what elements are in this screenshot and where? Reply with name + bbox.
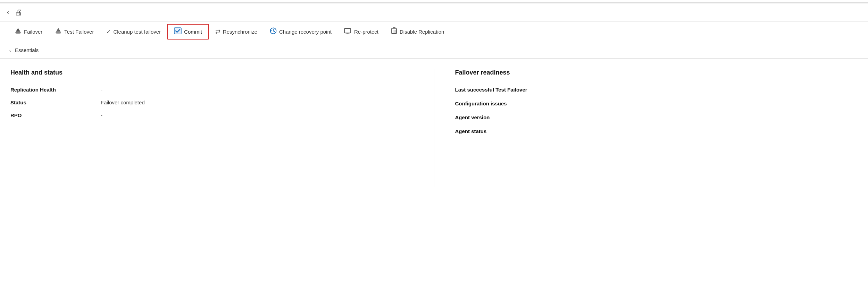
reprotect-icon: [344, 28, 352, 36]
print-icon[interactable]: 🖨: [15, 8, 22, 17]
cleanup-label: Cleanup test failover: [113, 29, 161, 35]
disable-replication-label: Disable Replication: [400, 29, 444, 35]
status-row: Status Failover completed: [10, 100, 413, 105]
failover-readiness-panel: Failover readiness Last successful Test …: [434, 69, 858, 187]
svg-marker-2: [16, 28, 20, 31]
reprotect-label: Re-protect: [354, 29, 378, 35]
health-status-panel: Health and status Replication Health - S…: [10, 69, 434, 187]
test-failover-icon: [55, 28, 62, 36]
agent-version-row: Agent version: [455, 114, 858, 121]
essentials-label: Essentials: [15, 47, 39, 53]
icon-row: ‹ 🖨: [0, 3, 868, 21]
failover-readiness-title: Failover readiness: [455, 69, 858, 76]
commit-icon: [174, 27, 182, 36]
trash-icon: [391, 27, 397, 36]
replication-health-value: -: [101, 87, 102, 93]
rpo-label: RPO: [10, 112, 101, 118]
commit-button[interactable]: Commit: [167, 24, 209, 40]
last-test-failover-label: Last successful Test Failover: [455, 87, 527, 93]
change-recovery-point-button[interactable]: Change recovery point: [264, 25, 338, 39]
essentials-header: ⌄ Essentials: [0, 42, 868, 58]
disable-replication-button[interactable]: Disable Replication: [385, 25, 450, 39]
essentials-chevron-icon[interactable]: ⌄: [8, 48, 12, 53]
replication-health-row: Replication Health -: [10, 87, 413, 93]
svg-marker-5: [57, 28, 60, 31]
commit-label: Commit: [184, 29, 202, 35]
toolbar: Failover Test Failover ✓ Cleanup test fa…: [0, 21, 868, 42]
rpo-row: RPO -: [10, 112, 413, 118]
svg-line-9: [273, 31, 275, 32]
health-status-title: Health and status: [10, 69, 413, 76]
last-test-failover-row: Last successful Test Failover: [455, 87, 858, 93]
svg-rect-10: [344, 28, 351, 33]
cleanup-test-failover-button[interactable]: ✓ Cleanup test failover: [100, 26, 167, 38]
agent-status-row: Agent status: [455, 128, 858, 135]
rpo-value: -: [101, 112, 102, 118]
failover-icon: [15, 28, 22, 36]
test-failover-button[interactable]: Test Failover: [49, 25, 100, 38]
resynchronize-button[interactable]: ⇄ Resynchronize: [209, 25, 264, 38]
change-recovery-label: Change recovery point: [279, 29, 332, 35]
clock-icon: [270, 27, 277, 36]
agent-status-label: Agent status: [455, 128, 487, 134]
resync-icon: ⇄: [215, 28, 220, 36]
agent-version-label: Agent version: [455, 114, 490, 120]
content-area: Health and status Replication Health - S…: [0, 59, 868, 197]
failover-button[interactable]: Failover: [8, 25, 49, 38]
status-label: Status: [10, 100, 101, 105]
replication-health-label: Replication Health: [10, 87, 101, 93]
failover-label: Failover: [24, 29, 42, 35]
cleanup-icon: ✓: [106, 28, 111, 35]
reprotect-button[interactable]: Re-protect: [338, 25, 385, 38]
resync-label: Resynchronize: [223, 29, 257, 35]
back-icon[interactable]: ‹: [7, 9, 9, 16]
test-failover-label: Test Failover: [64, 29, 94, 35]
configuration-issues-label: Configuration issues: [455, 101, 507, 106]
configuration-issues-row: Configuration issues: [455, 101, 858, 107]
status-value: Failover completed: [101, 100, 145, 105]
